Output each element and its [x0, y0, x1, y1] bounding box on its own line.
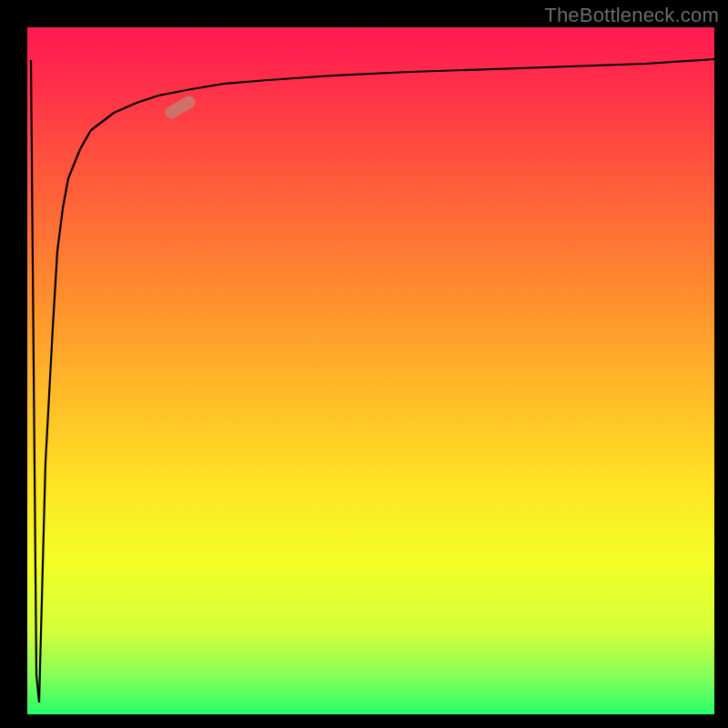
bottleneck-curve: [31, 59, 714, 703]
curve-layer: [27, 27, 714, 714]
plot-area: [27, 27, 714, 714]
svg-rect-0: [163, 94, 197, 121]
curve-marker: [163, 94, 197, 121]
watermark-text: TheBottleneck.com: [544, 4, 719, 27]
chart-frame: TheBottleneck.com: [0, 0, 728, 728]
